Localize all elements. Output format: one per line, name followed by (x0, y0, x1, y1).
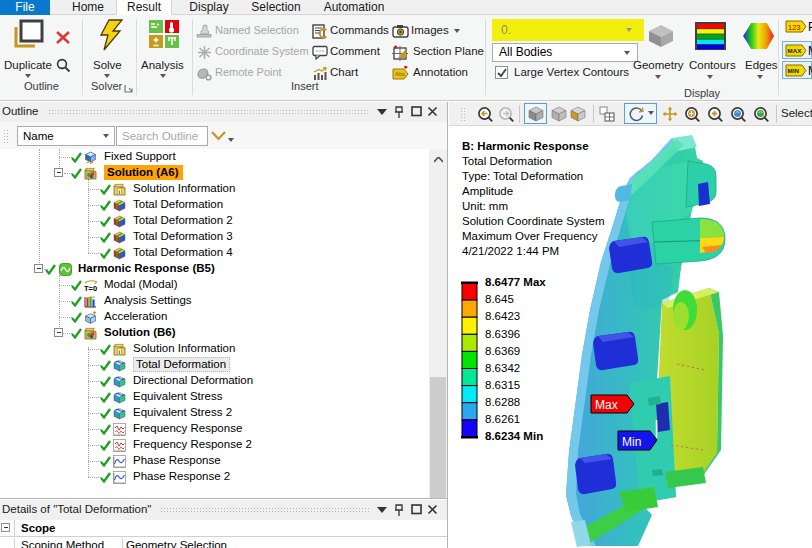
svg-text:Min: Min (622, 435, 641, 449)
svg-text:MIN: MIN (788, 67, 800, 74)
svg-text:Max: Max (595, 398, 618, 412)
svg-text:T=0: T=0 (84, 284, 97, 292)
svg-text:M: M (808, 44, 812, 57)
svg-text:M: M (808, 64, 812, 77)
svg-text:P: P (808, 20, 812, 33)
svg-text:123: 123 (788, 23, 801, 32)
svg-text:MAX: MAX (788, 47, 803, 54)
svg-text:Abc: Abc (395, 71, 405, 77)
